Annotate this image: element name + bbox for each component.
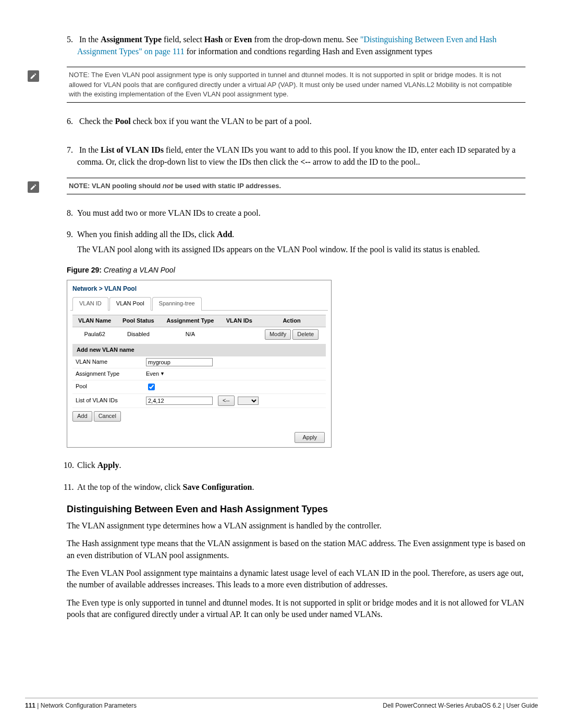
note-pooling-static-ip: NOTE: VLAN pooling should not be used wi…	[67, 178, 525, 194]
assignment-type-select[interactable]: Even	[146, 370, 159, 378]
table-row: Paula62 Disabled N/A Modify Delete	[72, 327, 326, 341]
tab-spanning-tree[interactable]: Spanning-tree	[152, 297, 202, 311]
pool-checkbox[interactable]	[148, 384, 155, 390]
add-button[interactable]: Add	[72, 411, 92, 422]
delete-button[interactable]: Delete	[292, 329, 319, 340]
pencil-icon	[28, 181, 39, 193]
apply-button[interactable]: Apply	[295, 432, 325, 443]
vlan-id-dropdown[interactable]	[238, 397, 259, 405]
step5-text-a: In the	[79, 35, 101, 44]
figure-caption: Figure 29: Creating a VLAN Pool	[67, 265, 525, 275]
tab-vlan-id[interactable]: VLAN ID	[72, 297, 108, 311]
add-new-vlan-section: Add new VLAN name	[72, 344, 326, 356]
tab-vlan-pool[interactable]: VLAN Pool	[109, 297, 151, 311]
step-9: 9.When you finish adding all the IDs, cl…	[67, 228, 525, 255]
vlan-pool-screenshot: Network > VLAN Pool VLAN ID VLAN Pool Sp…	[67, 280, 332, 448]
th-pool-status: Pool Status	[117, 315, 160, 327]
vlan-ids-input[interactable]	[146, 397, 213, 405]
row-pool: Pool	[72, 380, 326, 394]
para-4: The Even type is only supported in tunne…	[67, 597, 525, 621]
th-vlan-ids: VLAN IDs	[221, 315, 258, 327]
th-assignment-type: Assignment Type	[160, 315, 221, 327]
step-5: 5. In the Assignment Type field, select …	[67, 33, 525, 57]
th-action: Action	[258, 315, 326, 327]
step-10: 10.Click Apply.	[67, 459, 525, 471]
para-3: The Even VLAN Pool assignment type maint…	[67, 567, 525, 591]
row-vlan-name: VLAN Name	[72, 356, 326, 368]
step-7: 7. In the List of VLAN IDs field, enter …	[67, 144, 525, 168]
pencil-icon	[28, 70, 39, 82]
vlan-name-input[interactable]	[146, 358, 213, 366]
para-1: The VLAN assignment type determines how …	[67, 520, 525, 532]
page-footer: 111 | Network Configuration Parameters D…	[25, 698, 538, 710]
row-assignment-type: Assignment Type Even ▼	[72, 368, 326, 380]
th-vlan-name: VLAN Name	[72, 315, 117, 327]
arrow-left-button[interactable]: <--	[218, 396, 235, 406]
step5-bold-assignment-type: Assignment Type	[101, 35, 162, 44]
note-even-vlan: NOTE: The Even VLAN pool assignment type…	[67, 67, 525, 103]
vlan-pool-table: VLAN Name Pool Status Assignment Type VL…	[72, 315, 326, 342]
breadcrumb: Network > VLAN Pool	[67, 280, 331, 297]
modify-button[interactable]: Modify	[265, 329, 291, 340]
cancel-button[interactable]: Cancel	[94, 411, 121, 422]
chevron-down-icon[interactable]: ▼	[160, 371, 165, 377]
para-2: The Hash assignment type means that the …	[67, 538, 525, 561]
step-8: 8.You must add two or more VLAN IDs to c…	[67, 207, 525, 219]
step-6: 6. Check the Pool check box if you want …	[67, 115, 525, 127]
step-11: 11.At the top of the window, click Save …	[67, 481, 525, 493]
tabs: VLAN ID VLAN Pool Spanning-tree	[70, 297, 328, 311]
section-heading: Distinguishing Between Even and Hash Ass…	[67, 502, 525, 516]
row-list-vlan-ids: List of VLAN IDs <--	[72, 394, 326, 408]
